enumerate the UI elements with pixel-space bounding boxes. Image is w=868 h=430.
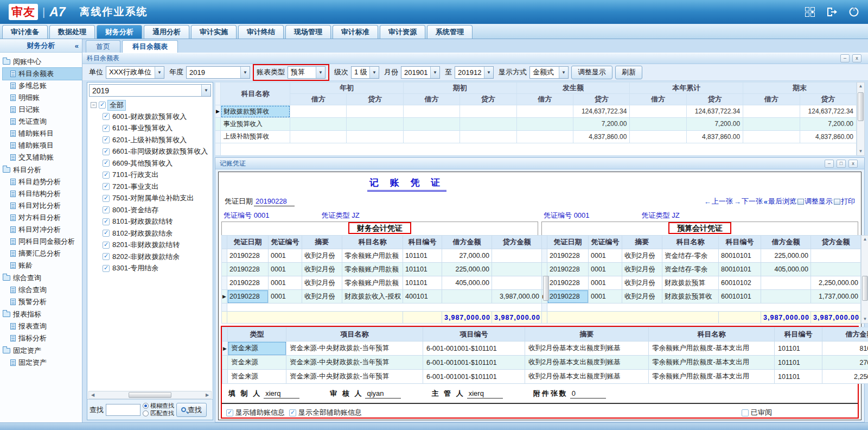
table-cell[interactable]: 0001 (269, 263, 302, 276)
checkbox-icon[interactable] (103, 230, 110, 237)
account-tree-item[interactable]: 8001-资金结存 (91, 204, 213, 216)
sidebar-item[interactable]: 同科目同金额分析 (3, 236, 82, 248)
table-cell[interactable]: 60010102 (719, 276, 761, 290)
col-subject-code[interactable]: 科目编号 (775, 327, 822, 342)
table-cell[interactable]: 零余额账户用款额度-基本支出用 (649, 370, 775, 384)
table-cell[interactable]: 财政拨款收入-授权 (342, 290, 403, 303)
sidebar-item[interactable]: 凭证查询 (3, 116, 82, 128)
table-cell[interactable] (403, 118, 459, 130)
month-to-select[interactable]: 201912 (455, 66, 494, 79)
table-cell[interactable]: 收到2月份基本支出额度到账基 (525, 356, 649, 370)
checkbox-icon[interactable] (103, 253, 110, 260)
table-cell[interactable]: 20190228 (547, 263, 589, 276)
col-debit[interactable]: 借方 (630, 94, 686, 105)
table-cell[interactable]: 2,250,000.00 (822, 370, 868, 384)
table-cell[interactable]: 资金来源-中央财政拨款-当年预算 (286, 342, 423, 356)
table-cell[interactable]: 零余额账户用款额度-基本支出用 (649, 342, 775, 356)
table-row[interactable]: 资金来源资金来源-中央财政拨款-当年预算6-001-001001-$101101… (222, 370, 868, 384)
table-cell[interactable]: 80010101 (719, 263, 761, 276)
checkbox-icon[interactable] (103, 136, 110, 143)
scroll-up-arrow[interactable]: ▲ (863, 236, 867, 243)
col-type[interactable]: 类型 (228, 327, 286, 342)
sidebar-item[interactable]: 交叉辅助账 (3, 151, 82, 163)
vertical-scrollbar[interactable]: ▲ ▼ (861, 235, 868, 324)
table-cell[interactable] (761, 276, 811, 290)
col-summary[interactable]: 摘要 (622, 236, 662, 249)
col-voucher-no[interactable]: 凭证编号 (269, 236, 302, 249)
exact-search-radio[interactable]: 匹配查找 (143, 410, 174, 417)
table-cell[interactable]: 零余额账户用款额 (342, 263, 403, 276)
col-credit[interactable]: 贷方 (347, 94, 403, 105)
table-cell[interactable] (460, 105, 516, 118)
scroll-right-arrow[interactable]: ▶ (203, 393, 211, 397)
table-cell[interactable]: 财政拨款预算收 (662, 290, 719, 303)
table-row[interactable]: 201902280001收到2月份资金结存-零余80010101405,000.… (542, 263, 861, 276)
table-cell[interactable]: 0001 (589, 249, 622, 263)
main-tab[interactable]: 财务分析 (97, 25, 142, 39)
table-cell[interactable]: 20190228 (547, 290, 589, 303)
main-tab[interactable]: 审计准备 (2, 25, 48, 39)
account-tree-item[interactable]: 7501-对附属单位补助支出 (91, 193, 213, 205)
col-group-occurred[interactable]: 发生额 (516, 83, 630, 94)
table-cell[interactable]: 收到2月份 (302, 276, 342, 290)
account-tree-item[interactable]: 8101-财政拨款结转 (91, 216, 213, 228)
sidebar-group-baobiao[interactable]: 报表指标 (3, 308, 82, 320)
col-debit-amount[interactable]: 借方金额 (761, 236, 811, 249)
sidebar-item[interactable]: 摘要汇总分析 (3, 248, 82, 260)
checkbox-icon[interactable] (103, 265, 110, 272)
col-project-name[interactable]: 项目名称 (286, 327, 423, 342)
checkbox-icon[interactable] (103, 195, 110, 202)
checkbox-icon[interactable] (103, 148, 110, 155)
month-from-select[interactable]: 201901 (401, 66, 440, 79)
table-cell[interactable]: 124,637,722.34 (800, 105, 856, 118)
sidebar-item[interactable]: 辅助账科目 (3, 128, 82, 140)
horizontal-scrollbar[interactable]: ◀ ▶ (88, 391, 212, 399)
table-cell[interactable]: 资金来源-中央财政拨款-当年预算 (286, 356, 423, 370)
table-cell[interactable]: 零余额账户用款额 (342, 249, 403, 263)
col-project-code[interactable]: 项目编号 (423, 327, 525, 342)
chevron-down-icon[interactable] (559, 67, 568, 78)
account-tree-item[interactable]: 8202-非财政拨款结余 (91, 251, 213, 263)
unit-select[interactable]: XXX行政单位 (106, 66, 164, 79)
table-cell[interactable]: 0001 (269, 290, 302, 303)
scrollbar-thumb[interactable] (129, 392, 171, 398)
table-cell[interactable] (347, 105, 403, 118)
tab-home[interactable]: 首页 (86, 40, 120, 53)
table-row[interactable]: 资金来源资金来源-中央财政拨款-当年预算6-001-001001-$101101… (222, 356, 868, 370)
table-cell[interactable]: 收到2月份 (302, 249, 342, 263)
sidebar-item[interactable]: 综合查询 (3, 284, 82, 296)
chevron-down-icon[interactable] (316, 67, 325, 78)
table-cell[interactable] (492, 249, 542, 263)
table-cell[interactable]: 收到2月份基本支出额度到账基 (525, 370, 649, 384)
table-cell[interactable]: 101101 (403, 276, 442, 290)
minimize-button[interactable]: – (825, 160, 834, 168)
col-voucher-no[interactable]: 凭证编号 (589, 236, 622, 249)
table-cell[interactable] (516, 130, 573, 143)
table-cell[interactable] (460, 130, 516, 143)
tree-root-all[interactable]: 全部 (91, 99, 213, 111)
table-cell[interactable] (290, 130, 347, 143)
adjust-display-link[interactable]: 调整显示 (797, 197, 833, 206)
close-button[interactable]: x (848, 160, 858, 168)
table-row[interactable]: 201902280001收到2月份财政拨款预算600101022,250,000… (542, 276, 861, 290)
table-cell[interactable]: 27,000.00 (442, 249, 492, 263)
table-cell[interactable] (743, 105, 800, 118)
table-cell[interactable]: 20190228 (227, 290, 269, 303)
checkbox-icon[interactable] (103, 160, 110, 167)
col-debit[interactable]: 借方 (743, 94, 800, 105)
chevron-down-icon[interactable] (430, 67, 439, 78)
apps-menu-button[interactable]: ▼ (805, 7, 815, 17)
table-cell[interactable]: 资金来源 (228, 342, 286, 356)
col-summary[interactable]: 摘要 (525, 327, 649, 342)
table-cell[interactable] (492, 276, 542, 290)
sidebar-item[interactable]: 账龄 (3, 260, 82, 271)
checkbox-icon[interactable] (99, 102, 106, 109)
sidebar-item[interactable]: 科目结构分析 (3, 188, 82, 200)
table-cell[interactable]: 资金来源-中央财政拨款-当年预算 (286, 370, 423, 384)
table-cell[interactable]: 收到2月份 (622, 249, 662, 263)
col-subject-code[interactable]: 科目编号 (403, 236, 442, 249)
checkbox-icon[interactable] (103, 125, 110, 132)
minimize-button[interactable]: – (840, 54, 850, 62)
table-cell[interactable]: 收到2月份 (302, 290, 342, 303)
table-cell[interactable] (743, 130, 800, 143)
